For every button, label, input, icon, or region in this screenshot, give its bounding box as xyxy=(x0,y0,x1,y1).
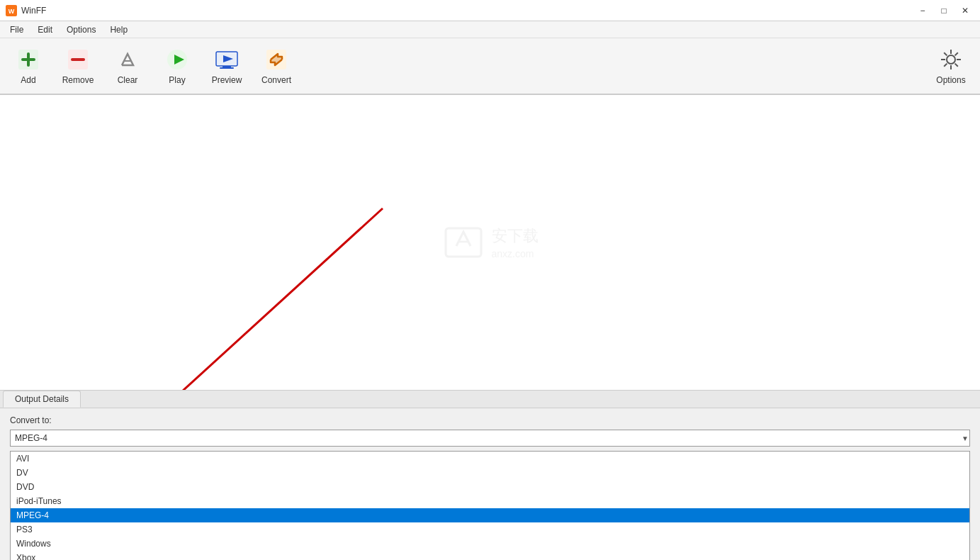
list-item-dv[interactable]: DV xyxy=(11,466,969,480)
list-item-ps3[interactable]: PS3 xyxy=(11,522,969,537)
menu-file[interactable]: File xyxy=(3,21,30,38)
svg-text:W: W xyxy=(9,8,15,15)
svg-point-16 xyxy=(947,55,955,64)
remove-button[interactable]: Remove xyxy=(54,41,102,91)
watermark-text-group: 安下载 anxz.com xyxy=(492,225,539,259)
svg-rect-14 xyxy=(220,67,234,69)
convert-to-label: Convert to: xyxy=(10,415,970,425)
options-button[interactable]: Options xyxy=(926,41,976,91)
title-bar-left: W WinFF xyxy=(6,5,46,16)
close-button[interactable]: ✕ xyxy=(956,4,974,18)
maximize-button[interactable]: □ xyxy=(935,4,953,18)
format-listbox[interactable]: AVI DV DVD iPod-iTunes MPEG-4 PS3 Window… xyxy=(10,451,970,560)
watermark: 安下载 anxz.com xyxy=(442,221,539,264)
play-button[interactable]: Play xyxy=(153,41,201,91)
convert-icon xyxy=(264,47,289,72)
clear-label: Clear xyxy=(118,75,138,85)
output-details: Convert to: MPEG-4 AVI DV DVD iPod-iTune… xyxy=(0,408,980,560)
options-icon xyxy=(938,47,964,72)
watermark-chinese: 安下载 xyxy=(492,225,539,247)
format-dropdown[interactable]: MPEG-4 AVI DV DVD iPod-iTunes PS3 Window… xyxy=(10,430,970,447)
preview-icon xyxy=(214,47,240,72)
list-item-xbox[interactable]: Xbox xyxy=(11,551,969,560)
list-item-dvd[interactable]: DVD xyxy=(11,480,969,494)
svg-rect-6 xyxy=(71,58,85,61)
svg-line-24 xyxy=(944,64,947,67)
list-item-avi[interactable]: AVI xyxy=(11,452,969,466)
tab-strip: Output Details xyxy=(0,391,980,408)
convert-button[interactable]: Convert xyxy=(252,41,300,91)
remove-icon xyxy=(65,47,91,72)
clear-button[interactable]: Clear xyxy=(103,41,152,91)
svg-line-22 xyxy=(955,64,958,67)
minimize-button[interactable]: − xyxy=(913,4,932,18)
title-bar: W WinFF − □ ✕ xyxy=(0,0,980,21)
list-item-ipod[interactable]: iPod-iTunes xyxy=(11,494,969,508)
svg-rect-4 xyxy=(21,58,35,61)
clear-icon xyxy=(115,47,140,72)
add-icon xyxy=(16,47,41,72)
format-dropdown-container: MPEG-4 AVI DV DVD iPod-iTunes PS3 Window… xyxy=(10,430,970,447)
svg-line-28 xyxy=(142,208,383,390)
window-title: WinFF xyxy=(21,6,46,16)
toolbar: Add Remove Clear xyxy=(0,38,980,95)
svg-line-23 xyxy=(955,52,958,55)
remove-label: Remove xyxy=(62,75,94,85)
window-controls: − □ ✕ xyxy=(913,4,974,18)
menu-bar: File Edit Options Help xyxy=(0,21,980,38)
add-button[interactable]: Add xyxy=(4,41,52,91)
list-item-mpeg4[interactable]: MPEG-4 xyxy=(11,508,969,522)
svg-rect-25 xyxy=(446,228,481,257)
menu-edit[interactable]: Edit xyxy=(30,21,60,38)
convert-label: Convert xyxy=(261,75,291,85)
play-label: Play xyxy=(169,75,185,85)
watermark-url: anxz.com xyxy=(492,248,539,259)
menu-help[interactable]: Help xyxy=(103,21,135,38)
play-icon xyxy=(164,47,190,72)
preview-button[interactable]: Preview xyxy=(203,41,251,91)
list-item-windows[interactable]: Windows xyxy=(11,537,969,551)
options-label: Options xyxy=(936,75,965,85)
bottom-panel: Output Details Convert to: MPEG-4 AVI DV… xyxy=(0,390,980,560)
app-icon: W xyxy=(6,5,17,16)
tab-output-details[interactable]: Output Details xyxy=(3,391,81,408)
main-content: 安下载 anxz.com xyxy=(0,95,980,390)
svg-line-21 xyxy=(944,52,947,55)
annotation-arrow xyxy=(57,201,397,390)
add-label: Add xyxy=(21,75,35,85)
menu-options[interactable]: Options xyxy=(60,21,103,38)
preview-label: Preview xyxy=(212,75,242,85)
